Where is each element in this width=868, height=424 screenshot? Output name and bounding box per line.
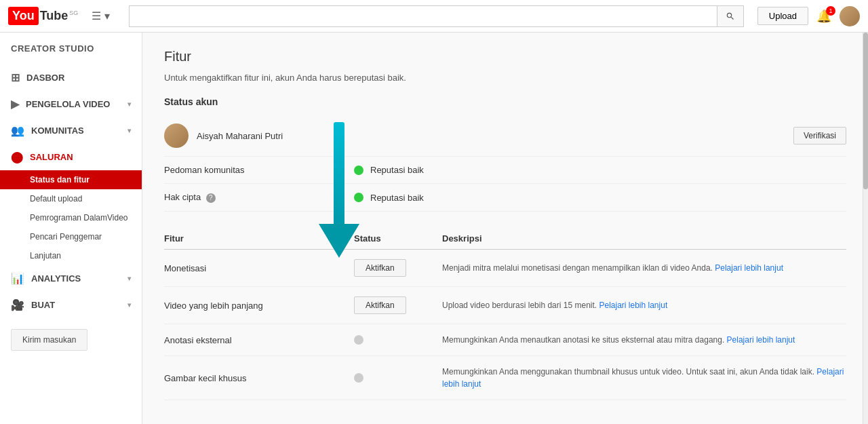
creator-studio-label: CREATOR STUDIO: [0, 43, 142, 64]
status-akun-title: Status akun: [164, 96, 846, 107]
yt-tube: Tube: [40, 9, 68, 23]
topnav-right: Upload 🔔 1: [757, 6, 860, 26]
send-feedback-button[interactable]: Kirim masukan: [11, 329, 87, 351]
pelajari-lebih-lanjut-monetisasi[interactable]: Pelajari lebih lanjut: [715, 263, 783, 273]
fitur-desc-anotasi: Memungkinkan Anda menautkan anotasi ke s…: [442, 334, 846, 346]
pedoman-komunitas-status: Reputasi baik: [370, 165, 424, 175]
komunitas-icon: 👥: [11, 124, 24, 137]
aktifkan-monetisasi-button[interactable]: Aktifkan: [354, 259, 406, 277]
fitur-name-monetisasi: Monetisasi: [164, 263, 354, 273]
user-row: Aisyah Maharani Putri Verifikasi: [164, 115, 846, 157]
status-akun-section: Status akun Aisyah Maharani Putri Verifi…: [164, 96, 846, 212]
search-button[interactable]: [717, 5, 744, 27]
user-avatar-small: [164, 123, 189, 148]
status-dot-gray-anotasi: [354, 335, 363, 345]
saluran-icon: ⬤: [11, 151, 23, 163]
fitur-row-anotasi: Anotasi eksternal Memungkinkan Anda mena…: [164, 324, 846, 356]
topnav: YouTubeSG ☰ ▾ Upload 🔔 1: [0, 0, 868, 33]
aktifkan-video-panjang-button[interactable]: Aktifkan: [354, 296, 406, 314]
sidebar-item-komunitas-label: KOMUNITAS: [31, 126, 84, 136]
sidebar-subitem-pemrograman[interactable]: Pemrograman DalamVideo: [0, 208, 142, 227]
sidebar: CREATOR STUDIO ⊞ DASBOR ▶ PENGELOLA VIDE…: [0, 33, 142, 424]
chevron-down-icon-analytics: ▾: [127, 275, 131, 282]
fitur-table-header: Fitur Status Deskripsi: [164, 228, 846, 250]
fitur-row-video-panjang: Video yang lebih panjang Aktifkan Upload…: [164, 287, 846, 324]
hak-cipta-label: Hak cipta ?: [164, 192, 354, 203]
hamburger-menu[interactable]: ☰ ▾: [92, 9, 109, 22]
pedoman-komunitas-label: Pedoman komunitas: [164, 165, 354, 175]
yt-you: You: [8, 7, 39, 25]
fitur-section: Fitur Status Deskripsi Monetisasi Aktifk…: [164, 228, 846, 400]
fitur-status-anotasi: [354, 335, 442, 345]
buat-icon: 🎥: [11, 298, 24, 311]
fitur-desc-gambar-kecil: Memungkinkan Anda menggunakan thumbnail …: [442, 366, 846, 390]
fitur-name-anotasi: Anotasi eksternal: [164, 335, 354, 345]
status-dot-gray-gambar-kecil: [354, 373, 363, 383]
pelajari-lebih-lanjut-video-panjang[interactable]: Pelajari lebih lanjut: [599, 301, 667, 310]
status-dot-green-hak-cipta: [354, 193, 363, 202]
sidebar-item-buat-label: BUAT: [31, 300, 55, 310]
search-input[interactable]: [129, 5, 717, 27]
fitur-status-gambar-kecil: [354, 373, 442, 383]
youtube-logo[interactable]: YouTubeSG: [8, 7, 78, 25]
pelajari-lebih-lanjut-anotasi[interactable]: Pelajari lebih lanjut: [727, 335, 795, 345]
fitur-row-gambar-kecil: Gambar kecil khusus Memungkinkan Anda me…: [164, 356, 846, 400]
help-icon[interactable]: ?: [206, 193, 216, 203]
search-bar: [129, 5, 744, 27]
sidebar-subitem-lanjutan[interactable]: Lanjutan: [0, 246, 142, 265]
fitur-row-monetisasi: Monetisasi Aktifkan Menjadi mitra melalu…: [164, 250, 846, 287]
pengelola-video-icon: ▶: [11, 98, 19, 111]
subtitle-text: Untuk mengaktifkan fitur ini, akun Anda …: [164, 73, 846, 83]
status-dot-green-pedoman: [354, 166, 363, 175]
verifikasi-button[interactable]: Verifikasi: [793, 127, 846, 144]
user-avatar[interactable]: [840, 6, 860, 26]
pedoman-komunitas-row: Pedoman komunitas Reputasi baik: [164, 157, 846, 184]
scrollbar-thumb[interactable]: [863, 33, 868, 189]
fitur-desc-monetisasi: Menjadi mitra melalui monetisasi dengan …: [442, 262, 846, 274]
notification-button[interactable]: 🔔 1: [816, 9, 831, 24]
sidebar-subitem-default-upload[interactable]: Default upload: [0, 189, 142, 208]
search-icon: [726, 12, 735, 21]
sidebar-item-saluran-label: SALURAN: [30, 152, 73, 162]
fitur-name-gambar-kecil: Gambar kecil khusus: [164, 373, 354, 383]
scrollbar[interactable]: [863, 33, 868, 424]
dasbor-icon: ⊞: [11, 71, 20, 84]
fitur-desc-video-panjang: Upload video berdurasi lebih dari 15 men…: [442, 299, 846, 311]
sidebar-item-dasbor-label: DASBOR: [26, 73, 64, 83]
fitur-name-video-panjang: Video yang lebih panjang: [164, 301, 354, 311]
fitur-status-monetisasi: Aktifkan: [354, 259, 442, 277]
main-content: Fitur Untuk mengaktifkan fitur ini, akun…: [142, 33, 868, 424]
chevron-down-icon-buat: ▾: [127, 301, 131, 309]
sidebar-item-dasbor[interactable]: ⊞ DASBOR: [0, 64, 142, 91]
main-layout: CREATOR STUDIO ⊞ DASBOR ▶ PENGELOLA VIDE…: [0, 33, 868, 424]
username-label: Aisyah Maharani Putri: [197, 131, 793, 141]
fitur-col-header: Fitur: [164, 233, 354, 244]
sidebar-item-analytics-label: ANALYTICS: [31, 273, 81, 284]
status-col-header: Status: [354, 233, 442, 244]
notification-badge: 1: [826, 6, 835, 16]
sidebar-subitem-status-dan-fitur[interactable]: Status dan fitur: [0, 170, 142, 189]
hak-cipta-row: Hak cipta ? Reputasi baik: [164, 184, 846, 212]
sidebar-item-pengelola-video[interactable]: ▶ PENGELOLA VIDEO ▾: [0, 91, 142, 117]
deskripsi-col-header: Deskripsi: [442, 233, 846, 244]
sidebar-item-buat[interactable]: 🎥 BUAT ▾: [0, 292, 142, 318]
yt-sg: SG: [69, 9, 78, 16]
analytics-icon: 📊: [11, 272, 24, 285]
fitur-status-video-panjang: Aktifkan: [354, 296, 442, 314]
sidebar-subitem-pencari-penggemar[interactable]: Pencari Penggemar: [0, 227, 142, 246]
saluran-subitems: Status dan fitur Default upload Pemrogra…: [0, 170, 142, 265]
sidebar-item-analytics[interactable]: 📊 ANALYTICS ▾: [0, 265, 142, 292]
sidebar-item-pengelola-video-label: PENGELOLA VIDEO: [26, 99, 110, 109]
hak-cipta-status: Reputasi baik: [370, 193, 424, 203]
sidebar-item-saluran[interactable]: ⬤ SALURAN: [0, 144, 142, 170]
chevron-down-icon: ▾: [127, 100, 131, 108]
upload-button[interactable]: Upload: [757, 7, 808, 25]
sidebar-item-komunitas[interactable]: 👥 KOMUNITAS ▾: [0, 117, 142, 144]
chevron-down-icon-komunitas: ▾: [127, 127, 131, 134]
page-title: Fitur: [164, 49, 846, 64]
